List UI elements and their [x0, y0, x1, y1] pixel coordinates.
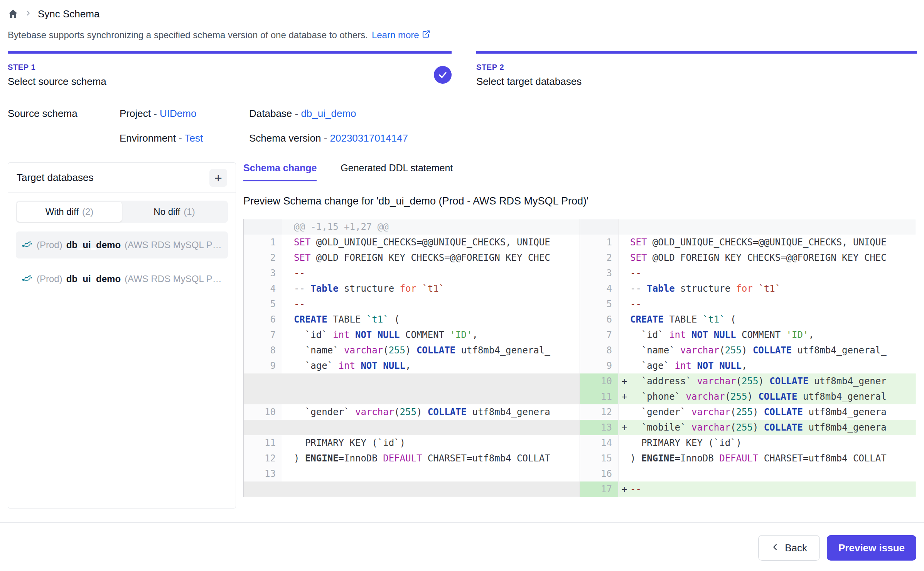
code-token: Table	[310, 283, 338, 294]
database-instance: (AWS RDS MySQL Prod)	[125, 240, 223, 250]
code-token	[416, 283, 422, 294]
code-token: --	[294, 283, 310, 294]
code-token: (	[736, 376, 742, 387]
database-environment: (Prod)	[37, 240, 62, 250]
target-database-item[interactable]: (Prod)db_ui_demo(AWS RDS MySQL Prod)	[16, 231, 228, 258]
source-field-value-link[interactable]: UIDemo	[160, 108, 196, 119]
code-token: (	[725, 314, 736, 325]
code-token: structure	[339, 283, 400, 294]
database-instance: (AWS RDS MySQL Prod)	[125, 274, 223, 284]
source-schema-summary: Source schema Project - UIDemoDatabase -…	[8, 106, 916, 145]
diff-marker: +	[619, 389, 630, 404]
code-token: SET	[294, 252, 310, 263]
source-field-value-link[interactable]: Test	[185, 132, 203, 144]
old-code-line: --	[282, 296, 580, 312]
code-token: PRIMARY KEY (`id`)	[630, 438, 742, 448]
code-token: 255	[736, 407, 753, 417]
code-token: COLLATE	[428, 407, 467, 417]
diff-row: 10+ `address` varchar(255) COLLATE utf8m…	[244, 373, 916, 389]
old-line-number	[244, 389, 282, 404]
old-line-number: 13	[244, 466, 282, 481]
code-token: `gender`	[294, 407, 355, 417]
code-token	[355, 360, 361, 371]
code-token: TABLE	[664, 314, 703, 325]
code-token	[686, 329, 691, 340]
database-environment: (Prod)	[37, 274, 62, 284]
new-code-line: `id` int NOT NULL COMMENT 'ID',	[619, 327, 916, 343]
new-code-line: `name` varchar(255) COLLATE utf8mb4_gene…	[619, 343, 916, 358]
code-token: COLLATE	[753, 345, 792, 356]
source-field: Database - db_ui_demo	[249, 106, 408, 121]
diff-row: 10 `gender` varchar(255) COLLATE utf8mb4…	[244, 404, 916, 420]
code-token: `age`	[630, 360, 675, 371]
code-token: COLLATE	[764, 422, 803, 433]
old-code-line: ) ENGINE=InnoDB DEFAULT CHARSET=utf8mb4 …	[282, 451, 580, 466]
diff-row: 11+ `phone` varchar(255) COLLATE utf8mb4…	[244, 389, 916, 404]
code-token: NOT NULL	[361, 360, 405, 371]
source-field-value-link[interactable]: 20230317014147	[330, 132, 408, 144]
new-code-line: `gender` varchar(255) COLLATE utf8mb4_ge…	[619, 404, 916, 420]
diff-marker: +	[619, 373, 630, 389]
learn-more-link[interactable]: Learn more	[372, 29, 431, 41]
old-code-line: @@ -1,15 +1,27 @@	[282, 219, 580, 235]
code-token: `id`	[294, 329, 333, 340]
diff-row: 17+--	[244, 481, 916, 497]
code-token: )	[747, 391, 758, 402]
old-code-line	[282, 389, 580, 404]
step-2: STEP 2 Select target databases	[476, 51, 917, 88]
step-1-completed-check-icon	[434, 66, 452, 84]
mysql-dolphin-icon	[21, 272, 33, 286]
old-code-line: `gender` varchar(255) COLLATE utf8mb4_ge…	[282, 404, 580, 420]
source-field-label: Environment -	[120, 132, 185, 144]
add-target-database-button[interactable]: +	[209, 169, 227, 187]
preview-tab[interactable]: Generated DDL statement	[341, 162, 453, 181]
code-token: varchar	[691, 407, 730, 417]
target-database-item[interactable]: (Prod)db_ui_demo(AWS RDS MySQL Prod)	[16, 265, 228, 292]
preview-tab[interactable]: Schema change	[243, 162, 317, 181]
diff-row: 11 PRIMARY KEY (`id`)14 PRIMARY KEY (`id…	[244, 435, 916, 451]
new-code-line: SET @OLD_UNIQUE_CHECKS=@@UNIQUE_CHECKS, …	[619, 235, 916, 250]
new-code-line	[619, 219, 916, 235]
schema-diff-viewer[interactable]: @@ -1,15 +1,27 @@1SET @OLD_UNIQUE_CHECKS…	[243, 219, 916, 497]
code-token: NOT NULL	[355, 329, 400, 340]
code-token: varchar	[680, 345, 719, 356]
code-token: COMMENT	[736, 329, 786, 340]
code-token: COLLATE	[764, 407, 803, 417]
page-description: Bytebase supports synchronizing a specif…	[8, 29, 916, 41]
code-token: `address`	[630, 376, 697, 387]
diff-filter-tab[interactable]: With diff(2)	[17, 202, 122, 222]
code-token: `t1`	[366, 314, 389, 325]
new-code-line	[619, 466, 916, 481]
code-token: ENGINE	[305, 453, 339, 464]
code-token: )	[758, 376, 769, 387]
chevron-right-icon	[25, 10, 32, 18]
new-code-line: + `mobile` varchar(255) COLLATE utf8mb4_…	[619, 420, 916, 435]
mysql-dolphin-icon	[21, 238, 33, 252]
source-field-value-link[interactable]: db_ui_demo	[301, 108, 356, 119]
old-code-line: SET @OLD_UNIQUE_CHECKS=@@UNIQUE_CHECKS, …	[282, 235, 580, 250]
code-token	[753, 283, 758, 294]
diff-filter-tab[interactable]: No diff(1)	[122, 202, 227, 222]
code-token: utf8mb4_general_	[792, 345, 887, 356]
home-icon[interactable]	[8, 8, 19, 19]
preview-issue-button[interactable]: Preview issue	[827, 535, 916, 561]
old-line-number: 6	[244, 312, 282, 327]
source-field: Schema version - 20230317014147	[249, 131, 408, 145]
old-line-number: 11	[244, 435, 282, 451]
code-token: --	[630, 484, 641, 495]
old-code-line: `name` varchar(255) COLLATE utf8mb4_gene…	[282, 343, 580, 358]
code-token: @OLD_FOREIGN_KEY_CHECKS=@@FOREIGN_KEY_CH…	[647, 252, 886, 263]
code-token: utf8mb4_general_	[455, 345, 550, 356]
code-token: DEFAULT	[383, 453, 422, 464]
code-token: `name`	[630, 345, 680, 356]
diff-row: 7 `id` int NOT NULL COMMENT 'ID',7 `id` …	[244, 327, 916, 343]
code-token: SET	[630, 252, 647, 263]
old-code-line: CREATE TABLE `t1` (	[282, 312, 580, 327]
old-code-line	[282, 373, 580, 389]
code-token: COLLATE	[769, 376, 808, 387]
old-line-number	[244, 481, 282, 497]
old-code-line: -- Table structure for `t1`	[282, 281, 580, 296]
code-token: varchar	[344, 345, 383, 356]
code-token: CHARSET=utf8mb4 COLLAT	[758, 453, 886, 464]
back-button[interactable]: Back	[758, 535, 820, 561]
